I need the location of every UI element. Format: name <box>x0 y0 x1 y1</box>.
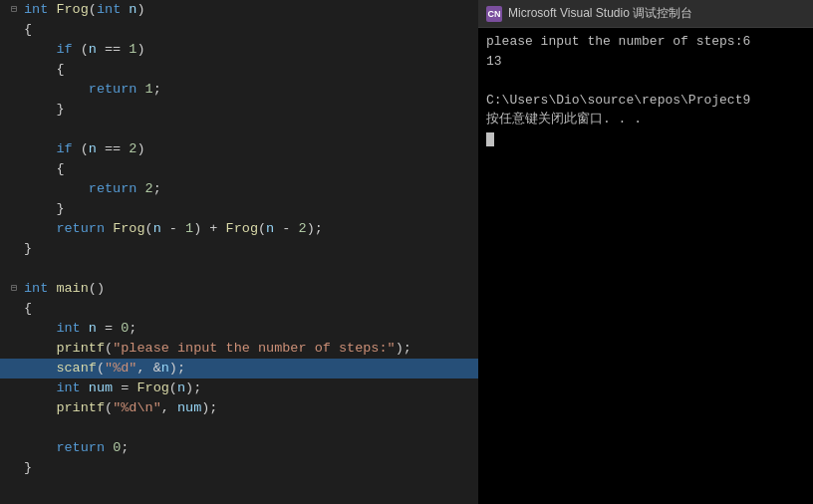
code-line-7 <box>0 120 478 139</box>
code-line-6: } <box>0 100 478 120</box>
code-text-10: return 2; <box>22 179 161 199</box>
code-line-1: ⊟ int Frog(int n) <box>0 0 478 20</box>
code-text-5: return 1; <box>22 80 161 100</box>
console-panel: CN Microsoft Visual Studio 调试控制台 please … <box>478 0 813 504</box>
collapse-1[interactable]: ⊟ <box>6 0 22 20</box>
code-text-12: return Frog(n - 1) + Frog(n - 2); <box>22 219 323 239</box>
code-line-21: printf("%d\n", num); <box>0 398 478 418</box>
code-text-20: int num = Frog(n); <box>22 378 201 398</box>
code-text-7 <box>22 120 32 139</box>
code-line-24: } <box>0 458 478 478</box>
code-text-3: if (n == 1) <box>22 40 145 60</box>
code-line-17: int n = 0; <box>0 319 478 339</box>
code-line-19: scanf("%d", &n); <box>0 359 478 378</box>
code-text-24: } <box>22 458 32 478</box>
console-line-3 <box>486 71 805 91</box>
code-line-2: { <box>0 20 478 40</box>
code-text-1: int Frog(int n) <box>22 0 145 20</box>
code-text-11: } <box>22 199 65 219</box>
code-line-23: return 0; <box>0 438 478 458</box>
code-content: ⊟ int Frog(int n) { if (n == 1) { <box>0 0 478 504</box>
code-editor: ⊟ int Frog(int n) { if (n == 1) { <box>0 0 478 504</box>
code-text-21: printf("%d\n", num); <box>22 398 217 418</box>
code-text-4: { <box>22 60 65 80</box>
console-line-2: 13 <box>486 52 805 72</box>
code-text-14 <box>22 259 32 279</box>
console-line-5: 按任意键关闭此窗口. . . <box>486 110 805 129</box>
code-line-10: return 2; <box>0 179 478 199</box>
console-line-1: please input the number of steps:6 <box>486 32 805 52</box>
code-text-15: int main() <box>22 279 105 299</box>
code-line-11: } <box>0 199 478 219</box>
cursor <box>486 132 494 146</box>
code-line-14 <box>0 259 478 279</box>
code-text-17: int n = 0; <box>22 319 136 339</box>
console-icon: CN <box>486 6 502 22</box>
code-text-8: if (n == 2) <box>22 139 145 159</box>
console-body: please input the number of steps:6 13 C:… <box>478 28 813 504</box>
code-line-22 <box>0 418 478 438</box>
code-text-23: return 0; <box>22 438 129 458</box>
code-line-16: { <box>0 299 478 319</box>
code-text-19: scanf("%d", &n); <box>22 359 185 378</box>
collapse-15[interactable]: ⊟ <box>6 279 22 299</box>
code-line-12: return Frog(n - 1) + Frog(n - 2); <box>0 219 478 239</box>
code-text-13: } <box>22 239 32 259</box>
code-text-6: } <box>22 100 65 120</box>
code-line-15: ⊟ int main() <box>0 279 478 299</box>
code-text-2: { <box>22 20 32 40</box>
code-text-22 <box>22 418 32 438</box>
code-line-5: return 1; <box>0 80 478 100</box>
console-title: Microsoft Visual Studio 调试控制台 <box>508 5 692 22</box>
code-text-16: { <box>22 299 32 319</box>
console-line-4: C:\Users\Dio\source\repos\Project9 <box>486 91 805 111</box>
code-text-18: printf("please input the number of steps… <box>22 339 411 359</box>
code-line-3: if (n == 1) <box>0 40 478 60</box>
console-titlebar: CN Microsoft Visual Studio 调试控制台 <box>478 0 813 28</box>
code-line-9: { <box>0 159 478 179</box>
console-cursor-line <box>486 129 805 149</box>
code-line-13: } <box>0 239 478 259</box>
code-line-18: printf("please input the number of steps… <box>0 339 478 359</box>
code-line-4: { <box>0 60 478 80</box>
code-text-9: { <box>22 159 65 179</box>
code-line-8: if (n == 2) <box>0 139 478 159</box>
code-line-20: int num = Frog(n); <box>0 378 478 398</box>
